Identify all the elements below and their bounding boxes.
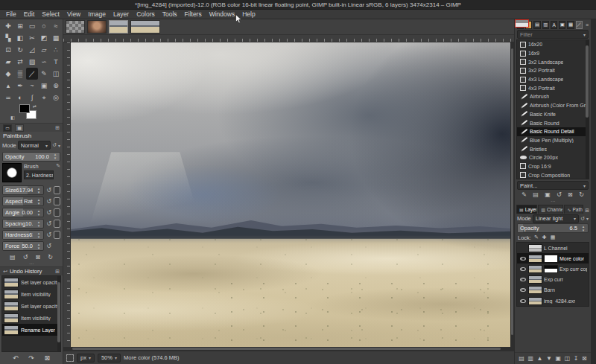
merge-down-button[interactable]: ◫ [565,355,571,362]
edit-preset-button[interactable]: ✎ [522,191,527,198]
menu-item-edit[interactable]: Edit [20,10,39,19]
dock-menu-icon[interactable]: ⊞ [55,125,60,131]
tool-pencil[interactable]: ✎ [38,68,50,80]
tool-unified-transform[interactable]: ⊡ [2,44,14,56]
preset-item[interactable]: Basic Knife [517,110,589,119]
layer-row[interactable]: Exp curr [517,275,589,285]
duplicate-layer-button[interactable]: ▣ [556,355,562,362]
tab-document-history-icon[interactable]: ▦ [567,21,574,29]
layer-row[interactable]: Barn [517,285,589,296]
preset-tag-select[interactable]: Paint... ▾ [517,181,589,190]
spinner[interactable]: ▴▾ [35,220,42,228]
lower-layer-button[interactable]: ▼ [546,355,552,362]
tool-perspective[interactable]: ▰ [2,56,14,68]
slider-spacing[interactable]: Spacing10.0▴▾ [2,219,44,229]
tab-palettes-icon[interactable]: ▥ [542,21,549,29]
save-tool-preset-button[interactable]: ▤ [10,254,16,261]
new-layer-button[interactable]: ▤ [519,355,524,362]
tool-bucket-fill[interactable]: ◆ [2,68,14,80]
tab-tool-options[interactable]: ▭ [3,124,12,132]
dock-menu-icon[interactable]: ≡ [586,22,589,28]
zoom-select[interactable]: 50% ▾ [98,354,121,363]
reset-icon[interactable]: ↺ [45,243,52,249]
tool-text[interactable]: T [50,56,62,68]
tool-paths[interactable]: ∫ [26,92,38,103]
tool-zoom[interactable]: ◎ [50,92,62,103]
tab-buffers-icon[interactable]: ▣ [559,21,565,29]
image-tab-transparent[interactable] [66,20,85,33]
undo-item[interactable]: Set layer opacity [2,276,60,288]
mode-switch-icon[interactable]: ↺ [52,142,57,148]
preset-item[interactable]: 16x20 [517,40,589,49]
layer-row[interactable]: L Channel [517,243,589,253]
preset-item[interactable]: Bristles [517,144,589,153]
redo-button[interactable]: ↷ [28,354,34,362]
undo-item[interactable]: Rename Layer [2,324,60,336]
tool-heal[interactable]: ⊕ [50,80,62,92]
spin-down-icon[interactable]: ▾ [38,235,40,239]
menu-item-layer[interactable]: Layer [110,10,133,19]
tool-ellipse-select[interactable]: ○ [38,20,50,32]
slider-hardness[interactable]: Hardness63.5▴▾ [2,230,44,240]
tab-fonts-icon[interactable]: A [551,21,557,29]
lock-alpha-icon[interactable]: ▦ [551,234,556,240]
undo-button[interactable]: ↶ [13,354,19,362]
swap-colors-icon[interactable]: ⇄ [33,103,37,109]
tool-foreground-select[interactable]: ◩ [38,32,50,44]
anchor-layer-button[interactable]: ↧ [574,355,579,362]
foreground-color-swatch[interactable] [19,104,30,113]
preset-item[interactable]: Basic Round [517,118,589,127]
preset-item[interactable]: Crop 16:9 [517,162,589,171]
edit-brush-icon[interactable]: ✎ [56,163,60,184]
undo-item[interactable]: Item visibility [2,312,60,324]
tool-free-select[interactable]: ≈ [50,20,62,32]
spin-down-icon[interactable]: ▾ [38,191,40,194]
tool-alignment[interactable]: ⊞ [14,20,26,32]
preset-item[interactable]: Basic Round Detail [517,127,589,136]
layer-mask-thumbnail[interactable] [544,265,558,273]
tool-opacity-slider[interactable]: Opacity100.0 ▴▾ [2,152,60,162]
preset-item[interactable]: 16x9 [517,49,589,58]
delete-layer-button[interactable]: ⊠ [582,355,587,362]
eye-icon[interactable] [520,278,526,281]
slider-aspect-ratio[interactable]: Aspect Ratio0.00▴▾ [2,197,44,206]
chevron-down-icon[interactable]: ▾ [58,143,60,148]
preset-item[interactable]: Airbrush (Color From Gradient) [517,101,589,110]
spin-down-icon[interactable]: ▾ [38,246,40,250]
tab-gradients-icon[interactable]: ▤ [533,21,540,29]
dock-menu-icon[interactable]: ⊞ [585,208,589,214]
horizontal-scrollbar[interactable] [63,347,514,351]
menu-item-tools[interactable]: Tools [159,10,181,19]
spinner[interactable]: ▴▾ [35,208,42,217]
spinner[interactable]: ▴▾ [35,231,42,239]
reset-icon[interactable]: ↺ [45,209,52,216]
layer-visibility-cell[interactable] [519,299,527,303]
menu-item-view[interactable]: View [63,10,84,19]
tool-color-picker[interactable]: ⌖ [38,92,50,103]
spinner[interactable]: ▴▾ [35,186,42,194]
layer-row[interactable]: img_4284.exr [517,296,589,306]
tool-fuzzy-select[interactable]: ▚ [2,32,14,44]
preset-item[interactable]: 4x3 Portrait [517,83,589,92]
spinner[interactable]: ▴▾ [35,197,42,205]
clear-history-button[interactable]: ⊠ [45,354,51,362]
reset-tool-options-button[interactable]: ↻ [48,254,53,261]
image-tab-dunes[interactable] [130,20,160,33]
layer-visibility-cell[interactable] [519,288,527,292]
refresh-presets-button[interactable]: ↻ [579,191,584,198]
slider-size[interactable]: Size617.94▴▾ [2,185,44,195]
layer-visibility-cell[interactable] [519,267,527,271]
eye-icon[interactable] [520,257,526,261]
preset-item[interactable]: Blue Pen (Multiply) [517,136,589,145]
tool-scissors-select[interactable]: ✂ [26,32,38,44]
slider-angle[interactable]: Angle0.00▴▾ [2,208,44,217]
vertical-ruler[interactable] [63,42,71,347]
eye-icon[interactable] [520,288,526,292]
tool-paintbrush[interactable]: ／ [26,68,38,80]
layer-row[interactable]: Exp curr copy [517,264,589,274]
reset-icon[interactable]: ↺ [45,232,52,238]
slider-force[interactable]: Force50.0▴▾ [2,241,44,251]
tool-rectangle-select[interactable]: ▭ [26,20,38,32]
menu-item-image[interactable]: Image [84,10,110,19]
preset-filter-select[interactable]: Filter ▾ [517,30,589,39]
